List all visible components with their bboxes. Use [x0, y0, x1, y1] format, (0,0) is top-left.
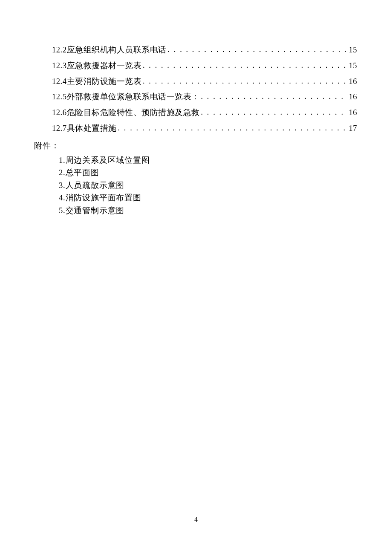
toc-dots: . . . . . . . . . . . . . . . . . . . . …: [201, 108, 348, 116]
toc-page: 16: [349, 78, 357, 86]
toc-number: 12.6: [52, 109, 67, 117]
attachment-item: 3.人员疏散示意图: [59, 182, 357, 190]
toc-number: 12.4: [52, 78, 67, 86]
toc-dots: . . . . . . . . . . . . . . . . . . . . …: [168, 46, 348, 54]
attachment-item: 5.交通管制示意图: [59, 207, 357, 215]
toc-title: 危险目标危险特性、预防措施及急救: [67, 109, 200, 117]
attachment-item: 4.消防设施平面布置图: [59, 194, 357, 202]
toc-number: 12.5: [52, 93, 67, 101]
toc-page: 15: [349, 62, 357, 70]
toc-page: 16: [349, 93, 357, 101]
toc-title: 具体处置措施: [67, 124, 117, 133]
page-number: 4: [0, 516, 392, 523]
attachment-list: 1.周边关系及区域位置图 2.总平面图 3.人员疏散示意图 4.消防设施平面布置…: [52, 156, 357, 215]
attachment-item: 2.总平面图: [59, 169, 357, 177]
toc-title: 应急组织机构人员联系电话: [67, 46, 167, 54]
attachment-item: 1.周边关系及区域位置图: [59, 156, 357, 165]
attachment-header: 附件：: [34, 140, 357, 151]
toc-entry: 12.5 外部救援单位紧急联系电话一览表： . . . . . . . . . …: [52, 93, 357, 101]
toc-page: 17: [349, 124, 357, 133]
toc-dots: . . . . . . . . . . . . . . . . . . . . …: [143, 77, 347, 85]
toc-title: 外部救援单位紧急联系电话一览表：: [67, 93, 200, 101]
toc-page: 15: [349, 46, 357, 54]
toc-dots: . . . . . . . . . . . . . . . . . . . . …: [118, 124, 348, 132]
toc-number: 12.7: [52, 124, 67, 133]
toc-title: 应急救援器材一览表: [67, 62, 142, 70]
toc-entry: 12.7 具体处置措施 . . . . . . . . . . . . . . …: [52, 124, 357, 133]
toc-entry: 12.6 危险目标危险特性、预防措施及急救 . . . . . . . . . …: [52, 109, 357, 117]
toc-dots: . . . . . . . . . . . . . . . . . . . . …: [201, 92, 348, 101]
toc-title: 主要消防设施一览表: [67, 78, 142, 86]
toc-entry: 12.3 应急救援器材一览表 . . . . . . . . . . . . .…: [52, 62, 357, 70]
toc-page: 16: [349, 109, 357, 117]
document-content: 12.2 应急组织机构人员联系电话 . . . . . . . . . . . …: [0, 0, 392, 215]
toc-entry: 12.4 主要消防设施一览表 . . . . . . . . . . . . .…: [52, 78, 357, 86]
toc-entry: 12.2 应急组织机构人员联系电话 . . . . . . . . . . . …: [52, 46, 357, 54]
toc-number: 12.3: [52, 62, 67, 70]
toc-number: 12.2: [52, 46, 67, 54]
toc-dots: . . . . . . . . . . . . . . . . . . . . …: [143, 61, 347, 69]
